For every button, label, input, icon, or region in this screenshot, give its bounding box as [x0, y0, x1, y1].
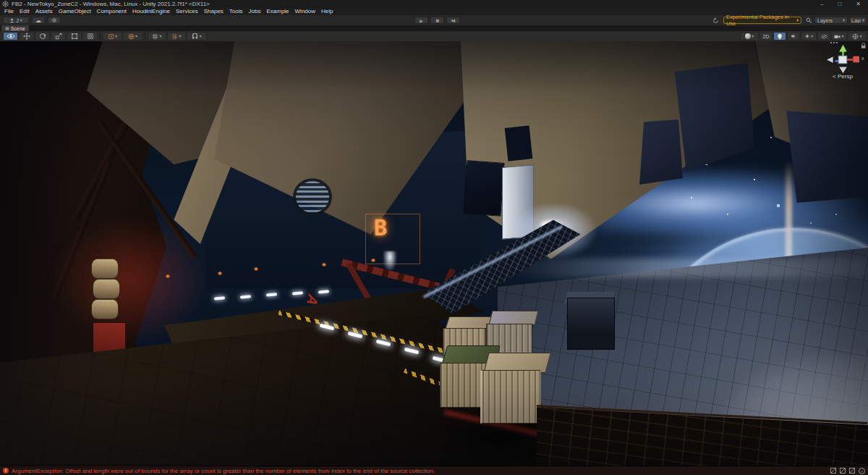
rect-tool-button[interactable]	[67, 32, 82, 41]
menu-item[interactable]: Assets	[33, 8, 56, 15]
layout-dropdown[interactable]: Layout ▾	[849, 17, 867, 24]
unity-logo-icon	[2, 1, 9, 7]
orange-marker-light	[165, 274, 171, 278]
audio-toggle-button[interactable]	[787, 32, 800, 41]
rect-icon	[71, 33, 78, 40]
status-bar[interactable]: ! ArgumentException: Offset and length w…	[0, 466, 868, 475]
scene-tab-label: Scene	[11, 26, 25, 31]
lighting-toggle-button[interactable]	[773, 32, 786, 41]
speaker-icon	[791, 33, 796, 39]
chevron-down-icon: ▾	[859, 34, 861, 38]
search-button[interactable]	[804, 17, 813, 24]
menu-item[interactable]: GameObject	[56, 8, 94, 15]
scene-visibility-button[interactable]	[817, 32, 830, 41]
sync-check-icon[interactable]: ✓	[859, 468, 865, 474]
snap-increment-dropdown[interactable]: ▾	[187, 32, 207, 41]
neon-sign-letter: B	[374, 215, 387, 240]
settings-button[interactable]	[48, 17, 61, 24]
pause-button[interactable]: ▮▮	[430, 17, 444, 24]
grid-snap-dropdown[interactable]: ▾	[167, 32, 186, 41]
window-title: FB2 - NewTokyo_ZoneC2 - Windows, Mac, Li…	[12, 1, 210, 7]
console-error-message[interactable]: ArgumentException: Offset and length wer…	[12, 468, 435, 474]
step-button[interactable]: ▶▮	[446, 17, 460, 24]
chevron-down-icon: ▾	[841, 34, 843, 38]
grid-visibility-dropdown[interactable]: ▾	[148, 32, 166, 41]
menu-item[interactable]: Component	[94, 8, 129, 15]
play-button[interactable]: ▶	[414, 17, 428, 24]
shaded-sphere-icon	[745, 33, 751, 39]
eye-slash-icon	[821, 34, 827, 39]
account-initial: J	[16, 18, 19, 23]
experimental-packages-badge[interactable]: Experimental Packages in Use ▾	[723, 17, 801, 24]
gizmos-icon	[852, 33, 859, 40]
circular-vent-grille	[293, 178, 332, 215]
minimize-button[interactable]: –	[820, 0, 823, 8]
hanging-pod	[639, 119, 683, 185]
menu-item[interactable]: Shapes	[201, 8, 226, 15]
play-icon: ▶	[420, 18, 423, 23]
orange-marker-light	[217, 272, 223, 275]
maximize-button[interactable]: □	[838, 0, 841, 8]
draw-mode-dropdown[interactable]: ▾	[740, 32, 759, 41]
orange-marker-light	[321, 263, 327, 266]
scene-viewport[interactable]: B A	[0, 41, 868, 466]
2d-toggle-button[interactable]: 2D	[760, 32, 773, 41]
toolbar-divider	[145, 33, 145, 40]
menu-item[interactable]: Services	[173, 8, 201, 15]
menu-item[interactable]: Help	[318, 8, 336, 15]
error-icon: !	[3, 468, 9, 474]
cargo-barrel	[93, 279, 120, 299]
scale-tool-button[interactable]	[51, 32, 66, 41]
perspective-mode-label[interactable]: < Persp	[817, 73, 868, 80]
menu-item[interactable]: Tools	[226, 8, 246, 15]
view-tool-button[interactable]	[3, 32, 18, 41]
orientation-gizmo[interactable]	[817, 43, 868, 75]
eye-icon	[7, 33, 15, 39]
globe-icon	[128, 33, 135, 40]
background-task-icon[interactable]	[830, 468, 836, 474]
pivot-icon	[108, 33, 114, 40]
transform-icon	[87, 33, 94, 40]
account-button[interactable]: J ▾	[3, 17, 29, 24]
move-icon	[23, 33, 30, 40]
effects-dropdown[interactable]: ▾	[801, 32, 817, 41]
layers-dropdown[interactable]: Layers ▾	[814, 17, 848, 24]
menu-item[interactable]: Example	[263, 8, 292, 15]
chevron-down-icon: ▾	[135, 34, 137, 38]
rotate-tool-button[interactable]	[35, 32, 50, 41]
tab-grid-icon: ▦	[5, 26, 9, 30]
chevron-down-icon: ▾	[115, 34, 117, 38]
menu-item[interactable]: File	[1, 8, 17, 15]
menu-item[interactable]: HoudiniEngine	[129, 8, 173, 15]
cargo-barrel	[91, 258, 119, 279]
menu-item[interactable]: Jobs	[246, 8, 264, 15]
pivot-mode-dropdown[interactable]: ▾	[103, 32, 122, 41]
menu-item[interactable]: Edit	[17, 8, 33, 15]
tab-bar: ▦ Scene	[0, 25, 868, 31]
chevron-down-icon: ▾	[199, 34, 201, 38]
orange-marker-light	[253, 267, 259, 271]
chevron-down-icon: ▾	[179, 34, 181, 38]
sign-lamp-glow	[383, 251, 396, 270]
camera-settings-dropdown[interactable]: ▾	[831, 32, 847, 41]
process-status-icon[interactable]	[849, 468, 855, 474]
cloud-icon: ☁	[35, 17, 41, 24]
search-icon	[806, 17, 812, 24]
transform-tool-button[interactable]	[82, 32, 98, 41]
gizmos-dropdown[interactable]: ▾	[848, 32, 867, 41]
tab-scene[interactable]: ▦ Scene	[1, 25, 29, 31]
snap-grid-icon	[171, 33, 178, 40]
layers-label: Layers	[817, 18, 833, 23]
orange-marker-light	[370, 258, 376, 262]
chevron-down-icon: ▾	[20, 18, 22, 22]
main-toolbar: J ▾ ☁ ▶ ▮▮ ▶▮ Experimental P	[0, 15, 868, 26]
menu-item[interactable]: Window	[292, 8, 318, 15]
cache-server-icon[interactable]	[840, 468, 846, 474]
refresh-button[interactable]	[710, 17, 720, 24]
move-tool-button[interactable]	[19, 32, 34, 41]
close-button[interactable]: ✕	[856, 0, 861, 8]
handle-rotation-dropdown[interactable]: ▾	[123, 32, 142, 41]
grid-icon	[152, 33, 158, 40]
fx-star-icon	[804, 33, 810, 39]
cloud-button[interactable]: ☁	[32, 17, 45, 24]
